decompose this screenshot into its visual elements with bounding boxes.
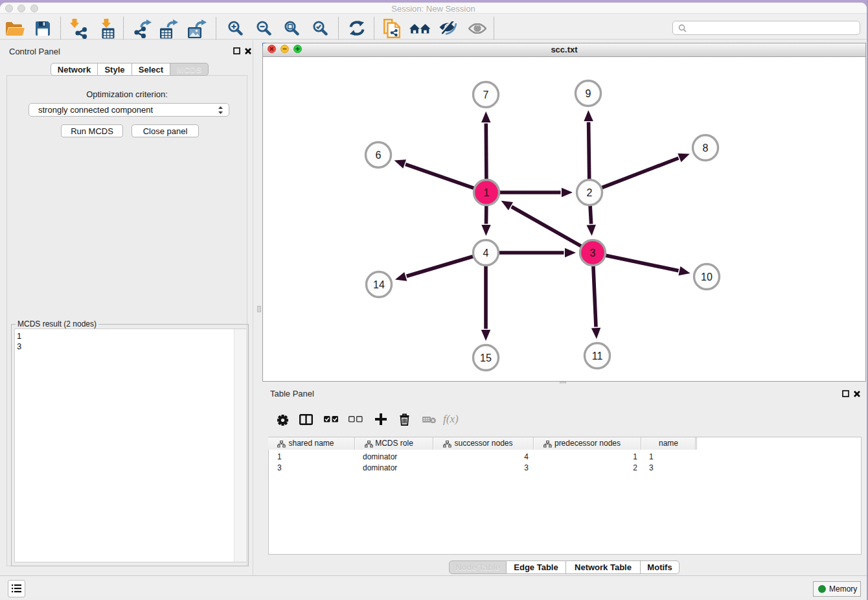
svg-text:15: 15 bbox=[480, 352, 492, 363]
svg-text:3: 3 bbox=[590, 248, 596, 259]
svg-text:4: 4 bbox=[483, 248, 489, 259]
svg-text:8: 8 bbox=[703, 143, 709, 154]
svg-text:14: 14 bbox=[373, 279, 385, 290]
svg-text:2: 2 bbox=[587, 187, 593, 198]
svg-text:11: 11 bbox=[592, 351, 603, 362]
svg-text:7: 7 bbox=[483, 89, 489, 100]
svg-text:1: 1 bbox=[484, 187, 490, 198]
svg-text:9: 9 bbox=[586, 88, 591, 99]
svg-text:6: 6 bbox=[376, 150, 382, 161]
svg-text:10: 10 bbox=[701, 271, 713, 283]
